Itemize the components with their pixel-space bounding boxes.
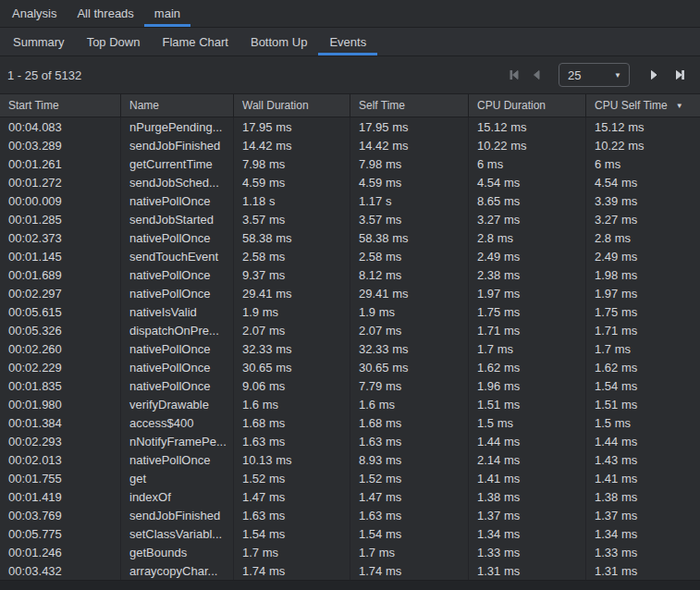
cell-wall-duration: 29.41 ms xyxy=(233,284,350,302)
previous-page-button[interactable] xyxy=(525,64,547,86)
cell-self-time: 1.17 s xyxy=(350,191,468,210)
pager-controls: 25 ▼ xyxy=(503,63,691,87)
table-row[interactable]: 00:00.009nativePollOnce1.18 s1.17 s8.65 … xyxy=(0,191,700,210)
cell-wall-duration: 9.37 ms xyxy=(233,265,350,284)
table-row[interactable]: 00:02.013nativePollOnce10.13 ms8.93 ms2.… xyxy=(0,450,700,469)
thread-tab-all-threads[interactable]: All threads xyxy=(67,0,143,27)
cell-self-time: 29.41 ms xyxy=(350,284,468,302)
table-row[interactable]: 00:01.980verifyDrawable1.6 ms1.6 ms1.51 … xyxy=(0,395,700,413)
cell-wall-duration: 1.68 ms xyxy=(233,413,350,432)
cell-start-time: 00:02.229 xyxy=(0,358,120,376)
cell-wall-duration: 1.54 ms xyxy=(233,524,350,543)
cell-cpu-self-time: 1.31 ms xyxy=(585,561,700,580)
column-header-cpu-self-time[interactable]: CPU Self Time▼ xyxy=(585,94,700,117)
view-tab-summary[interactable]: Summary xyxy=(2,28,76,55)
cell-start-time: 00:01.384 xyxy=(0,413,120,432)
first-page-button[interactable] xyxy=(503,64,525,86)
cell-start-time: 00:02.260 xyxy=(0,339,120,358)
table-row[interactable]: 00:01.835nativePollOnce9.06 ms7.79 ms1.9… xyxy=(0,376,700,395)
table-row[interactable]: 00:02.293nNotifyFramePe...1.63 ms1.63 ms… xyxy=(0,432,700,450)
cell-self-time: 7.98 ms xyxy=(350,154,468,173)
view-tabbar: SummaryTop DownFlame ChartBottom UpEvent… xyxy=(0,28,700,56)
cell-wall-duration: 1.7 ms xyxy=(233,543,350,561)
cell-name: sendJobStarted xyxy=(120,210,233,228)
view-tab-flame-chart[interactable]: Flame Chart xyxy=(151,28,239,55)
table-row[interactable]: 00:02.229nativePollOnce30.65 ms30.65 ms1… xyxy=(0,358,700,376)
cell-wall-duration: 7.98 ms xyxy=(233,154,350,173)
cell-name: sendJobSched... xyxy=(120,173,233,191)
page-size-dropdown[interactable]: 25 ▼ xyxy=(559,63,630,87)
cell-start-time: 00:01.246 xyxy=(0,543,120,561)
table-row[interactable]: 00:05.775setClassVariabl...1.54 ms1.54 m… xyxy=(0,524,700,543)
cell-name: setClassVariabl... xyxy=(120,524,233,543)
thread-tab-main[interactable]: main xyxy=(144,0,190,27)
column-header-label: Self Time xyxy=(359,99,405,112)
table-row[interactable]: 00:03.289sendJobFinished14.42 ms14.42 ms… xyxy=(0,136,700,154)
cell-cpu-duration: 1.41 ms xyxy=(468,469,585,487)
table-row[interactable]: 00:02.297nativePollOnce29.41 ms29.41 ms1… xyxy=(0,284,700,302)
cell-cpu-self-time: 1.41 ms xyxy=(585,469,700,487)
column-header-self-time[interactable]: Self Time xyxy=(350,94,468,117)
cell-cpu-duration: 1.38 ms xyxy=(468,487,585,506)
column-header-name[interactable]: Name xyxy=(120,94,233,117)
view-tab-events[interactable]: Events xyxy=(318,28,377,55)
table-row[interactable]: 00:05.615nativeIsValid1.9 ms1.9 ms1.75 m… xyxy=(0,302,700,321)
table-row[interactable]: 00:01.285sendJobStarted3.57 ms3.57 ms3.2… xyxy=(0,210,700,228)
table-row[interactable]: 00:04.083nPurgePending...17.95 ms17.95 m… xyxy=(0,117,700,136)
cell-name: sendJobFinished xyxy=(120,506,233,524)
cell-cpu-self-time: 1.38 ms xyxy=(585,487,700,506)
last-page-icon xyxy=(673,68,686,81)
cell-start-time: 00:01.145 xyxy=(0,247,120,265)
table-row[interactable]: 00:01.419indexOf1.47 ms1.47 ms1.38 ms1.3… xyxy=(0,487,700,506)
view-tab-top-down[interactable]: Top Down xyxy=(76,28,152,55)
cell-wall-duration: 9.06 ms xyxy=(233,376,350,395)
cell-self-time: 1.9 ms xyxy=(350,302,468,321)
first-page-icon xyxy=(508,68,521,81)
cell-cpu-duration: 1.33 ms xyxy=(468,543,585,561)
cell-cpu-self-time: 1.51 ms xyxy=(585,395,700,413)
cell-cpu-self-time: 1.75 ms xyxy=(585,302,700,321)
thread-tabbar: AnalysisAll threadsmain xyxy=(0,0,700,28)
column-header-label: Name xyxy=(129,99,159,112)
row-range-label: 1 - 25 of 5132 xyxy=(7,68,81,82)
table-row[interactable]: 00:01.384access$4001.68 ms1.68 ms1.5 ms1… xyxy=(0,413,700,432)
next-page-button[interactable] xyxy=(643,64,665,86)
cell-cpu-duration: 2.49 ms xyxy=(468,247,585,265)
cell-wall-duration: 1.6 ms xyxy=(233,395,350,413)
table-row[interactable]: 00:01.246getBounds1.7 ms1.7 ms1.33 ms1.3… xyxy=(0,543,700,561)
cell-name: getBounds xyxy=(120,543,233,561)
cell-self-time: 4.59 ms xyxy=(350,173,468,191)
table-row[interactable]: 00:02.373nativePollOnce58.38 ms58.38 ms2… xyxy=(0,228,700,247)
cell-cpu-duration: 6 ms xyxy=(468,154,585,173)
column-header-wall-duration[interactable]: Wall Duration xyxy=(233,94,350,117)
column-header-label: CPU Duration xyxy=(477,99,546,112)
table-row[interactable]: 00:03.432arraycopyChar...1.74 ms1.74 ms1… xyxy=(0,561,700,580)
cell-cpu-self-time: 15.12 ms xyxy=(585,117,700,136)
table-row[interactable]: 00:01.689nativePollOnce9.37 ms8.12 ms2.3… xyxy=(0,265,700,284)
cell-start-time: 00:02.013 xyxy=(0,450,120,469)
cell-cpu-duration: 1.62 ms xyxy=(468,358,585,376)
page-size-value: 25 xyxy=(568,68,614,82)
cell-cpu-self-time: 1.7 ms xyxy=(585,339,700,358)
cell-start-time: 00:01.755 xyxy=(0,469,120,487)
column-header-start-time[interactable]: Start Time xyxy=(0,94,120,117)
table-row[interactable]: 00:03.769sendJobFinished1.63 ms1.63 ms1.… xyxy=(0,506,700,524)
thread-tab-analysis[interactable]: Analysis xyxy=(2,0,67,27)
cell-cpu-duration: 1.44 ms xyxy=(468,432,585,450)
table-row[interactable]: 00:01.145sendTouchEvent2.58 ms2.58 ms2.4… xyxy=(0,247,700,265)
cell-cpu-duration: 1.97 ms xyxy=(468,284,585,302)
cell-start-time: 00:01.285 xyxy=(0,210,120,228)
column-header-label: CPU Self Time xyxy=(595,99,668,112)
column-header-cpu-duration[interactable]: CPU Duration xyxy=(468,94,585,117)
table-row[interactable]: 00:05.326dispatchOnPre...2.07 ms2.07 ms1… xyxy=(0,321,700,339)
cell-self-time: 2.58 ms xyxy=(350,247,468,265)
view-tab-bottom-up[interactable]: Bottom Up xyxy=(239,28,318,55)
table-row[interactable]: 00:02.260nativePollOnce32.33 ms32.33 ms1… xyxy=(0,339,700,358)
cell-cpu-self-time: 1.54 ms xyxy=(585,376,700,395)
table-row[interactable]: 00:01.261getCurrentTime7.98 ms7.98 ms6 m… xyxy=(0,154,700,173)
cell-cpu-duration: 15.12 ms xyxy=(468,117,585,136)
last-page-button[interactable] xyxy=(669,64,691,86)
table-row[interactable]: 00:01.755get1.52 ms1.52 ms1.41 ms1.41 ms xyxy=(0,469,700,487)
table-row[interactable]: 00:01.272sendJobSched...4.59 ms4.59 ms4.… xyxy=(0,173,700,191)
cell-name: nativePollOnce xyxy=(120,376,233,395)
